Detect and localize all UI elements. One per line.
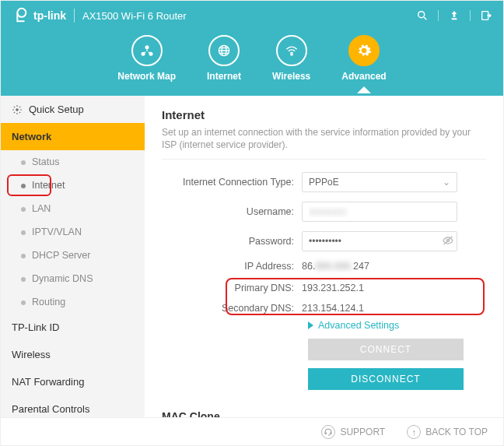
separator <box>438 10 439 21</box>
connect-button[interactable]: CONNECT <box>308 339 464 360</box>
eye-off-icon[interactable] <box>442 234 454 249</box>
sidebar-sub-ddns[interactable]: Dynamic DNS <box>1 267 145 290</box>
select-value: PPPoE <box>309 177 339 188</box>
disconnect-button[interactable]: DISCONNECT <box>308 368 464 390</box>
connection-type-select[interactable]: PPPoE ⌄ <box>302 172 457 192</box>
footer: SUPPORT ↑ BACK TO TOP <box>1 417 503 445</box>
link-text: Advanced Settings <box>318 320 399 331</box>
primary-dns-value: 193.231.252.1 <box>302 283 457 293</box>
divider <box>74 9 75 23</box>
footer-label: BACK TO TOP <box>425 427 488 437</box>
tab-internet[interactable]: Internet <box>207 35 241 93</box>
sidebar: Quick Setup Network Status Internet LAN … <box>1 96 145 419</box>
sidebar-sub-iptv[interactable]: IPTV/VLAN <box>1 220 145 244</box>
password-input[interactable] <box>302 231 457 251</box>
title-bar: tp-link AX1500 Wi-Fi 6 Router <box>1 1 503 30</box>
svg-point-4 <box>145 45 149 49</box>
main-tabs: Network Map Internet Wireless Advanced <box>1 35 503 93</box>
sidebar-sub-status[interactable]: Status <box>1 150 145 174</box>
sidebar-item-network[interactable]: Network <box>1 123 145 150</box>
section-description: Set up an internet connection with the s… <box>162 126 486 160</box>
internet-form: Internet Connection Type: PPPoE ⌄ Userna… <box>162 172 486 419</box>
label-conn-type: Internet Connection Type: <box>162 177 302 188</box>
sidebar-item-label: Network <box>12 131 51 142</box>
body: Quick Setup Network Status Internet LAN … <box>1 96 503 419</box>
arrow-up-icon: ↑ <box>407 425 421 439</box>
sidebar-sub-dhcp[interactable]: DHCP Server <box>1 244 145 267</box>
username-input[interactable] <box>302 202 457 222</box>
tab-label: Advanced <box>341 71 386 82</box>
tab-label: Internet <box>207 71 241 82</box>
footer-label: SUPPORT <box>340 427 385 437</box>
sidebar-item-quick-setup[interactable]: Quick Setup <box>1 96 145 123</box>
logout-icon[interactable] <box>480 9 492 22</box>
tplink-logo-icon <box>12 7 29 24</box>
dns-highlight-box: Primary DNS: 193.231.252.1 Secondary DNS… <box>162 281 486 314</box>
product-name: AX1500 Wi-Fi 6 Router <box>82 10 187 22</box>
tab-advanced[interactable]: Advanced <box>341 35 386 93</box>
sidebar-item-wireless[interactable]: Wireless <box>1 341 145 368</box>
sidebar-item-nat[interactable]: NAT Forwarding <box>1 368 145 395</box>
label-username: Username: <box>162 206 302 217</box>
label-ip: IP Address: <box>162 261 302 272</box>
sidebar-sub-lan[interactable]: LAN <box>1 197 145 220</box>
header-actions <box>416 9 492 22</box>
sidebar-sub-routing[interactable]: Routing <box>1 290 145 314</box>
globe-icon <box>216 43 232 58</box>
wifi-icon <box>284 43 299 58</box>
gear-icon <box>12 104 23 115</box>
header: tp-link AX1500 Wi-Fi 6 Router Network Ma… <box>1 1 503 96</box>
gear-icon <box>356 43 372 58</box>
support-button[interactable]: SUPPORT <box>321 425 385 439</box>
sidebar-sub-internet[interactable]: Internet <box>1 174 145 197</box>
brand-text: tp-link <box>33 9 66 22</box>
label-primary-dns: Primary DNS: <box>162 283 302 293</box>
sidebar-item-label: Quick Setup <box>29 104 84 115</box>
update-icon[interactable] <box>448 9 460 22</box>
svg-rect-2 <box>452 18 457 19</box>
back-to-top-button[interactable]: ↑ BACK TO TOP <box>407 425 488 439</box>
headset-icon <box>321 425 335 439</box>
svg-point-9 <box>291 54 292 55</box>
svg-point-0 <box>17 9 26 17</box>
tab-label: Wireless <box>272 71 310 82</box>
secondary-dns-value: 213.154.124.1 <box>302 303 457 314</box>
advanced-settings-link[interactable]: Advanced Settings <box>308 320 486 331</box>
section-title: Internet <box>162 108 486 121</box>
ip-address-value: 86.000.000.247 <box>302 261 457 272</box>
tab-network-map[interactable]: Network Map <box>117 35 176 93</box>
triangle-right-icon <box>308 321 313 329</box>
sidebar-item-tplink-id[interactable]: TP-Link ID <box>1 314 145 341</box>
brand-logo: tp-link <box>12 7 66 24</box>
label-password: Password: <box>162 236 302 247</box>
content: Internet Set up an internet connection w… <box>145 96 503 419</box>
mac-clone-title: MAC Clone <box>162 402 486 419</box>
tab-label: Network Map <box>117 71 176 82</box>
svg-point-1 <box>418 12 425 18</box>
label-secondary-dns: Secondary DNS: <box>162 303 302 314</box>
search-icon[interactable] <box>416 9 429 22</box>
tab-wireless[interactable]: Wireless <box>272 35 310 93</box>
chevron-down-icon: ⌄ <box>443 177 450 188</box>
network-map-icon <box>139 43 155 58</box>
svg-point-10 <box>16 108 19 111</box>
separator <box>470 10 471 21</box>
